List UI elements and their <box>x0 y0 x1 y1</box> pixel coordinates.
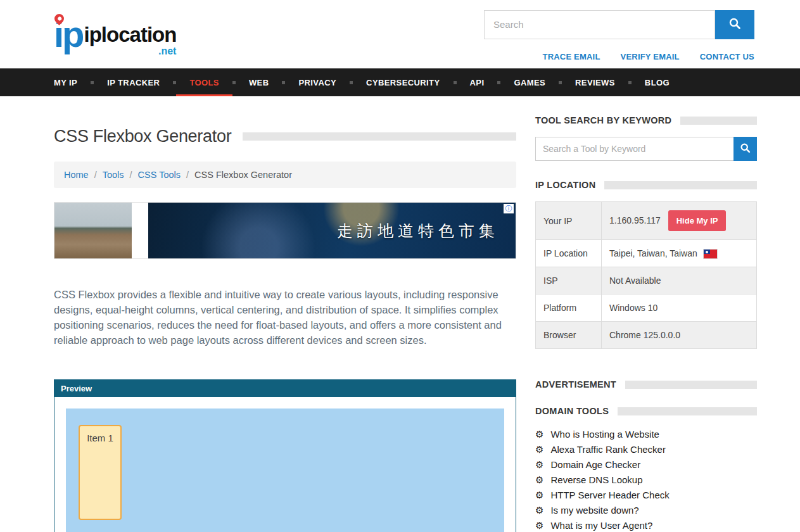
nav-item-games[interactable]: GAMES <box>500 68 559 96</box>
domain-tool-link[interactable]: Reverse DNS Lookup <box>550 474 642 485</box>
flex-container-preview: Item 1 <box>66 408 504 532</box>
title-row: CSS Flexbox Generator <box>54 127 516 146</box>
row-value: Windows 10 <box>609 303 657 313</box>
nav-item-api[interactable]: API <box>457 68 498 96</box>
row-label: Browser <box>536 322 602 349</box>
nav-item-blog[interactable]: BLOG <box>632 68 683 96</box>
header-link-contact-us[interactable]: CONTACT US <box>700 52 754 61</box>
list-item: ⚙Reverse DNS Lookup <box>535 472 757 487</box>
site-search-button[interactable] <box>715 10 754 39</box>
main-nav: MY IPIP TRACKERTOOLSWEBPRIVACYCYBERSECUR… <box>0 68 800 96</box>
row-value: Not Available <box>609 276 661 286</box>
tool-search-button[interactable] <box>733 137 757 161</box>
domain-tool-link[interactable]: Alexa Traffic Rank Checker <box>550 444 665 455</box>
domain-tool-link[interactable]: Domain Age Checker <box>550 459 640 470</box>
search-icon <box>740 142 751 155</box>
nav-item-ip-tracker[interactable]: IP TRACKER <box>94 68 173 96</box>
ad-main-image: 走訪地道特色市集 ⓘ <box>148 203 516 258</box>
preview-header: Preview <box>54 380 516 397</box>
domain-tool-link[interactable]: HTTP Server Header Check <box>550 490 669 500</box>
header-link-trace-email[interactable]: TRACE EMAIL <box>543 52 600 61</box>
row-label: Your IP <box>536 202 602 240</box>
header-link-verify-email[interactable]: VERIFY EMAIL <box>621 52 680 61</box>
domain-tools-heading-row: DOMAIN TOOLS <box>535 406 757 416</box>
breadcrumb-separator: / <box>130 170 132 180</box>
gear-icon: ⚙ <box>535 505 543 515</box>
nav-item-web[interactable]: WEB <box>236 68 283 96</box>
heading-decorative-bar <box>625 381 757 389</box>
preview-box: Preview Item 1 <box>54 379 516 532</box>
list-item: ⚙Domain Age Checker <box>535 457 757 472</box>
main-column: CSS Flexbox Generator Home/Tools/CSS Too… <box>54 115 516 532</box>
breadcrumb-item[interactable]: Tools <box>103 170 124 180</box>
tool-search-input[interactable] <box>535 137 733 161</box>
ad-gap <box>132 203 148 258</box>
site-search-input[interactable] <box>484 10 715 39</box>
domain-tool-link[interactable]: What is my User Agent? <box>550 520 652 531</box>
tool-description: CSS Flexbox provides a flexible and intu… <box>54 287 516 348</box>
domain-tool-link[interactable]: Who is Hosting a Website <box>550 429 659 440</box>
row-label: ISP <box>536 267 602 294</box>
logo-name-wrap: iplocation .net <box>84 23 177 51</box>
ad-photo-left <box>54 203 132 258</box>
title-decorative-bar <box>243 132 516 141</box>
row-value-cell: Chrome 125.0.0.0 <box>602 322 757 349</box>
hide-my-ip-button[interactable]: Hide My IP <box>668 210 727 231</box>
content: CSS Flexbox Generator Home/Tools/CSS Too… <box>0 96 800 532</box>
table-row: IP LocationTaipei, Taiwan, Taiwan <box>536 240 757 267</box>
breadcrumb: Home/Tools/CSS Tools/CSS Flexbox Generat… <box>54 162 516 188</box>
heading-decorative-bar <box>618 407 757 415</box>
site-logo[interactable]: ip iplocation .net <box>54 18 176 51</box>
domain-tools-list: ⚙Who is Hosting a Website⚙Alexa Traffic … <box>535 426 757 532</box>
breadcrumb-item[interactable]: CSS Tools <box>138 170 181 180</box>
gear-icon: ⚙ <box>535 490 543 500</box>
header-links: TRACE EMAILVERIFY EMAILCONTACT US <box>484 52 754 61</box>
breadcrumb-separator: / <box>186 170 189 180</box>
ip-location-table-body: Your IP1.160.95.117Hide My IPIP Location… <box>536 202 757 349</box>
page: ip iplocation .net TRACE EMAILVERIFY EMA… <box>0 0 800 532</box>
nav-inner: MY IPIP TRACKERTOOLSWEBPRIVACYCYBERSECUR… <box>0 68 800 96</box>
heading-decorative-bar <box>604 181 757 189</box>
row-value-cell: Windows 10 <box>602 294 757 322</box>
breadcrumb-item: CSS Flexbox Generator <box>194 170 292 180</box>
nav-item-privacy[interactable]: PRIVACY <box>285 68 350 96</box>
nav-item-my-ip[interactable]: MY IP <box>54 68 91 96</box>
nav-item-tools[interactable]: TOOLS <box>176 68 232 96</box>
search-icon <box>728 17 741 32</box>
header-right: TRACE EMAILVERIFY EMAILCONTACT US <box>484 8 754 61</box>
gear-icon: ⚙ <box>535 429 543 439</box>
top-header: ip iplocation .net TRACE EMAILVERIFY EMA… <box>0 0 800 68</box>
list-item: ⚙Who is Hosting a Website <box>535 426 757 441</box>
flex-item: Item 1 <box>79 425 122 520</box>
domain-tool-link[interactable]: Is my website down? <box>550 505 638 516</box>
nav-item-cybersecurity[interactable]: CYBERSECURITY <box>353 68 453 96</box>
table-row: Your IP1.160.95.117Hide My IP <box>536 202 757 240</box>
list-item: ⚙Alexa Traffic Rank Checker <box>535 441 757 457</box>
advertisement-heading-row: ADVERTISEMENT <box>535 379 757 390</box>
nav-item-reviews[interactable]: REVIEWS <box>562 68 628 96</box>
row-value: Taipei, Taiwan, Taiwan <box>609 248 697 258</box>
tool-search-heading: TOOL SEARCH BY KEYWORD <box>535 115 671 125</box>
advertisement-heading: ADVERTISEMENT <box>535 379 616 390</box>
logo-name: iplocation <box>84 23 177 46</box>
list-item: ⚙HTTP Server Header Check <box>535 487 757 502</box>
breadcrumb-separator: / <box>94 170 97 180</box>
row-value-cell: 1.160.95.117Hide My IP <box>602 202 757 240</box>
breadcrumb-item[interactable]: Home <box>64 170 89 180</box>
logo-tld: .net <box>158 46 176 57</box>
list-item: ⚙What is my User Agent? <box>535 517 757 532</box>
sidebar: TOOL SEARCH BY KEYWORD IP LOCATION Your … <box>535 115 757 532</box>
ad-banner[interactable]: 走訪地道特色市集 ⓘ <box>54 202 516 259</box>
ip-location-heading: IP LOCATION <box>535 180 595 190</box>
table-row: BrowserChrome 125.0.0.0 <box>536 322 757 349</box>
ad-info-icon[interactable]: ⓘ <box>504 204 514 213</box>
ip-location-heading-row: IP LOCATION <box>535 180 757 190</box>
site-search <box>484 10 754 39</box>
flag-canton <box>704 250 711 254</box>
domain-tools-heading: DOMAIN TOOLS <box>535 406 609 416</box>
ad-headline: 走訪地道特色市集 <box>337 220 499 241</box>
tool-search-heading-row: TOOL SEARCH BY KEYWORD <box>535 115 757 125</box>
row-label: Platform <box>536 294 602 322</box>
taiwan-flag-icon <box>704 250 717 258</box>
gear-icon: ⚙ <box>535 521 543 530</box>
